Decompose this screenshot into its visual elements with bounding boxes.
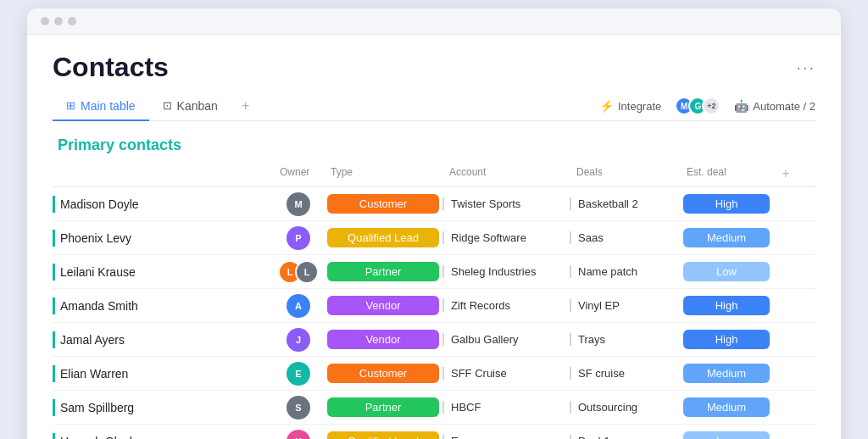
- tabs-row: ⊞ Main table ⊡ Kanban + ⚡ Integrate M G …: [53, 92, 815, 121]
- table-icon: ⊞: [66, 99, 75, 112]
- integration-avatars: M G +2: [675, 97, 721, 115]
- table-row[interactable]: Leilani KrauseLLPartnerSheleg Industries…: [53, 255, 815, 289]
- tab-kanban[interactable]: ⊡ Kanban: [149, 92, 231, 121]
- row-type: Qualified Lead: [324, 228, 442, 247]
- automate-label: Automate / 2: [753, 100, 815, 113]
- row-name: Sam Spillberg: [53, 399, 273, 416]
- table-row[interactable]: Sam SpillbergSPartnerHBCFOutsourcingMedi…: [53, 391, 815, 425]
- table-row[interactable]: Madison DoyleMCustomerTwister SportsBask…: [53, 187, 815, 221]
- row-account: Ecom: [442, 435, 570, 439]
- dot-1: [41, 17, 49, 25]
- row-account: SFF Cruise: [442, 367, 570, 380]
- titlebar: [27, 8, 841, 35]
- row-account: Sheleg Industries: [442, 265, 570, 278]
- row-name: Madison Doyle: [53, 196, 273, 213]
- row-deals: Trays: [570, 333, 680, 346]
- row-deals: Name patch: [570, 265, 680, 278]
- col-header-account: Account: [442, 166, 570, 181]
- dot-3: [68, 17, 76, 25]
- automate-button[interactable]: 🤖 Automate / 2: [734, 99, 815, 113]
- page-title: Contacts: [53, 52, 169, 83]
- row-deals: Outsourcing: [570, 401, 680, 414]
- table-row[interactable]: Phoenix LevyPQualified LeadRidge Softwar…: [53, 221, 815, 255]
- table-header: Owner Type Account Deals Est. deal +: [53, 161, 815, 187]
- row-est-deal: Medium: [680, 364, 773, 383]
- tab-main-table[interactable]: ⊞ Main table: [53, 92, 149, 121]
- row-est-deal: Low: [680, 431, 773, 439]
- col-header-add[interactable]: +: [773, 166, 798, 181]
- integrate-label: Integrate: [618, 100, 661, 113]
- integrate-button[interactable]: ⚡ Integrate: [599, 99, 661, 113]
- row-account: Zift Records: [442, 299, 570, 312]
- row-est-deal: High: [680, 296, 773, 315]
- col-header-name: [53, 166, 273, 181]
- row-type: Partner: [324, 397, 442, 417]
- contacts-table: Primary contacts Owner Type Account Deal…: [53, 136, 815, 439]
- row-name: Elian Warren: [53, 365, 273, 382]
- row-name: Amanda Smith: [53, 297, 273, 314]
- row-deals: Vinyl EP: [570, 299, 680, 312]
- tab-kanban-label: Kanban: [177, 99, 218, 113]
- row-type: Vendor: [324, 330, 442, 349]
- more-menu-button[interactable]: ···: [796, 58, 815, 77]
- row-type: Customer: [324, 364, 442, 383]
- row-est-deal: High: [680, 194, 773, 214]
- kanban-icon: ⊡: [163, 99, 172, 112]
- row-owner: P: [273, 226, 324, 250]
- row-owner: J: [273, 328, 324, 352]
- col-header-owner: Owner: [273, 166, 324, 181]
- row-owner: H: [273, 430, 324, 440]
- table-row[interactable]: Amanda SmithAVendorZift RecordsVinyl EPH…: [53, 289, 815, 323]
- row-account: Twister Sports: [442, 197, 570, 210]
- add-tab-button[interactable]: +: [231, 92, 259, 120]
- row-est-deal: Low: [680, 262, 773, 281]
- row-type: Qualified Lead: [324, 431, 442, 439]
- row-est-deal: Medium: [680, 397, 773, 417]
- tab-main-table-label: Main table: [81, 99, 136, 113]
- row-name: Phoenix Levy: [53, 230, 273, 247]
- table-body: Madison DoyleMCustomerTwister SportsBask…: [53, 187, 815, 439]
- main-window: Contacts ··· ⊞ Main table ⊡ Kanban + ⚡ I…: [27, 8, 841, 439]
- dot-2: [54, 17, 63, 25]
- row-type: Vendor: [324, 296, 442, 315]
- row-deals: Saas: [570, 231, 680, 244]
- table-row[interactable]: Hannah GluckHQualified LeadEcomDeal 1Low: [53, 425, 815, 439]
- row-owner: LL: [273, 260, 324, 284]
- table-row[interactable]: Elian WarrenECustomerSFF CruiseSF cruise…: [53, 357, 815, 391]
- automate-icon: 🤖: [734, 99, 748, 113]
- row-name: Leilani Krause: [53, 264, 273, 281]
- row-owner: S: [273, 396, 324, 420]
- row-owner: E: [273, 362, 324, 386]
- col-header-type: Type: [324, 166, 442, 181]
- row-deals: Deal 1: [570, 435, 680, 439]
- row-name: Jamal Ayers: [53, 331, 273, 348]
- row-type: Partner: [324, 262, 442, 281]
- integrate-icon: ⚡: [599, 99, 614, 113]
- section-title: Primary contacts: [53, 136, 815, 154]
- row-account: Galbu Gallery: [442, 333, 570, 346]
- page-header: Contacts ···: [53, 52, 815, 83]
- row-name: Hannah Gluck: [53, 433, 273, 440]
- row-deals: Basketball 2: [570, 197, 680, 210]
- row-deals: SF cruise: [570, 367, 680, 380]
- avatar-count: +2: [702, 97, 721, 115]
- col-header-deals: Deals: [570, 166, 680, 181]
- toolbar-right: ⚡ Integrate M G +2 🤖 Automate / 2: [599, 97, 815, 115]
- col-header-est-deal: Est. deal: [680, 166, 773, 181]
- row-type: Customer: [324, 194, 442, 214]
- row-est-deal: Medium: [680, 228, 773, 247]
- table-row[interactable]: Jamal AyersJVendorGalbu GalleryTraysHigh: [53, 323, 815, 357]
- row-owner: M: [273, 192, 324, 216]
- row-account: HBCF: [442, 401, 570, 414]
- row-owner: A: [273, 294, 324, 318]
- content-area: Contacts ··· ⊞ Main table ⊡ Kanban + ⚡ I…: [27, 35, 841, 439]
- row-account: Ridge Software: [442, 231, 570, 244]
- row-est-deal: High: [680, 330, 773, 349]
